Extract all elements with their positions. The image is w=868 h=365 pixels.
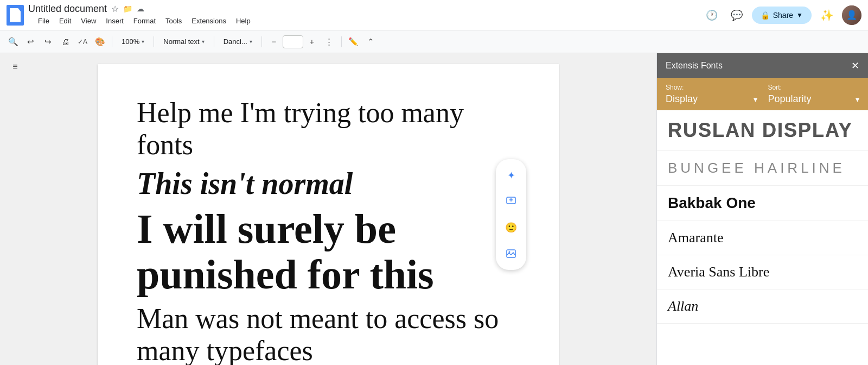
menu-insert[interactable]: Insert [101, 15, 128, 27]
separator-1 [112, 36, 112, 47]
show-filter-group: Show: Display ▾ [666, 84, 757, 105]
show-label: Show: [666, 84, 757, 91]
separator-5 [341, 36, 342, 47]
redo-button[interactable]: ↪ [40, 34, 55, 49]
separator-2 [154, 36, 154, 47]
font-size-input[interactable]: 32 [283, 35, 303, 48]
folder-icon[interactable]: 📁 [123, 4, 132, 13]
font-item-ruslan[interactable]: RUSLAN DISPLAY [657, 110, 868, 151]
top-right: 🕐 💬 🔒 Share ▼ ✨ 👤 [702, 5, 861, 25]
font-preview-allan: Allan [668, 298, 857, 314]
sparkle-button[interactable]: ✨ [817, 5, 837, 25]
show-dropdown[interactable]: Display ▾ [666, 93, 757, 105]
edit-mode-button[interactable]: ✏️ [346, 34, 361, 49]
font-name-value: Danci... [224, 37, 247, 46]
image-button[interactable] [500, 243, 522, 265]
star-icon[interactable]: ☆ [111, 4, 119, 14]
document-line-2: This isn't normal [137, 166, 520, 201]
font-item-bungee[interactable]: BUNGEE HAIRLINE [657, 151, 868, 186]
font-arrow: ▾ [250, 39, 252, 45]
document-line-4: Man was not meant to access so many type… [137, 303, 520, 365]
sort-dropdown[interactable]: Popularity ▾ [768, 93, 860, 105]
toolbar: 🔍 ↩ ↪ 🖨 ✓A 🎨 100% ▾ Normal text ▾ Danci.… [0, 30, 868, 53]
cloud-icon[interactable]: ☁ [137, 4, 144, 13]
top-bar: Untitled document ☆ 📁 ☁ File Edit View I… [0, 0, 868, 30]
font-item-averia[interactable]: Averia Sans Libre [657, 255, 868, 290]
svg-point-4 [509, 251, 510, 253]
sort-filter-group: Sort: Popularity ▾ [768, 84, 860, 105]
lock-icon: 🔒 [761, 11, 770, 20]
font-size-box: − 32 + [266, 34, 320, 49]
zoom-value: 100% [122, 37, 139, 46]
search-button[interactable]: 🔍 [5, 34, 21, 49]
more-options-button[interactable]: ⋮ [322, 34, 337, 49]
menu-format[interactable]: Format [129, 15, 160, 27]
document-line-1: Help me I'm trying too many fonts [137, 97, 520, 161]
font-preview-bungee: BUNGEE HAIRLINE [668, 160, 857, 177]
floating-actions: ✦ 🙂 [496, 159, 526, 270]
zoom-dropdown[interactable]: 100% ▾ [117, 35, 149, 48]
zoom-arrow: ▾ [142, 39, 144, 45]
sort-label: Sort: [768, 84, 860, 91]
panel-filters: Show: Display ▾ Sort: Popularity ▾ [657, 78, 868, 110]
increase-font-button[interactable]: + [304, 34, 320, 49]
separator-4 [261, 36, 262, 47]
text-style-arrow: ▾ [202, 39, 205, 45]
text-style-value: Normal text [163, 37, 199, 46]
text-style-dropdown[interactable]: Normal text ▾ [158, 35, 209, 48]
document-area: Help me I'm trying too many fonts This i… [0, 53, 656, 365]
sidebar-toggle-button[interactable]: ≡ [5, 57, 25, 77]
menu-bar: File Edit View Insert Format Tools Exten… [28, 15, 255, 27]
font-item-bakbak[interactable]: Bakbak One [657, 186, 868, 221]
menu-view[interactable]: View [76, 15, 100, 27]
font-item-amarante[interactable]: Amarante [657, 221, 868, 255]
sort-arrow: ▾ [856, 95, 859, 104]
share-dropdown-icon: ▼ [796, 11, 803, 19]
paint-format-button[interactable]: 🎨 [92, 34, 107, 49]
panel-header: Extensis Fonts ✕ [657, 53, 868, 78]
expand-button[interactable]: ⌃ [363, 34, 379, 49]
user-avatar[interactable]: 👤 [842, 5, 861, 25]
history-icon[interactable]: 🕐 [702, 5, 722, 25]
main-layout: ≡ Help me I'm trying too many fonts This… [0, 53, 868, 365]
emoji-button[interactable]: 🙂 [500, 217, 522, 238]
document-line-3: I will surely be punished for this [137, 206, 520, 297]
share-label: Share [773, 11, 793, 20]
menu-file[interactable]: File [34, 15, 54, 27]
font-item-allan[interactable]: Allan [657, 290, 868, 324]
title-section: Untitled document ☆ 📁 ☁ File Edit View I… [28, 3, 255, 27]
font-name-dropdown[interactable]: Danci... ▾ [219, 35, 257, 48]
spellcheck-button[interactable]: ✓A [75, 34, 90, 49]
doc-title[interactable]: Untitled document [28, 3, 107, 15]
close-icon[interactable]: ✕ [851, 60, 859, 72]
decrease-font-button[interactable]: − [266, 34, 282, 49]
show-arrow: ▾ [754, 95, 757, 104]
menu-help[interactable]: Help [232, 15, 255, 27]
share-button[interactable]: 🔒 Share ▼ [752, 7, 812, 24]
undo-button[interactable]: ↩ [23, 34, 38, 49]
menu-extensions[interactable]: Extensions [187, 15, 231, 27]
separator-3 [214, 36, 214, 47]
comments-icon[interactable]: 💬 [727, 5, 746, 25]
doc-icon [7, 5, 24, 26]
font-list: RUSLAN DISPLAY BUNGEE HAIRLINE Bakbak On… [657, 110, 868, 365]
font-preview-averia: Averia Sans Libre [668, 264, 857, 280]
font-preview-ruslan: RUSLAN DISPLAY [668, 119, 857, 142]
document-page: Help me I'm trying too many fonts This i… [98, 64, 559, 365]
menu-tools[interactable]: Tools [161, 15, 186, 27]
extensis-panel: Extensis Fonts ✕ Show: Display ▾ Sort: P… [656, 53, 868, 365]
sort-value: Popularity [768, 93, 812, 105]
show-value: Display [666, 93, 698, 105]
menu-edit[interactable]: Edit [55, 15, 75, 27]
font-preview-bakbak: Bakbak One [668, 194, 857, 212]
font-preview-amarante: Amarante [668, 230, 857, 246]
print-button[interactable]: 🖨 [58, 34, 73, 49]
panel-title: Extensis Fonts [666, 61, 723, 71]
add-comment-button[interactable] [500, 191, 522, 212]
ai-assist-button[interactable]: ✦ [500, 165, 522, 186]
